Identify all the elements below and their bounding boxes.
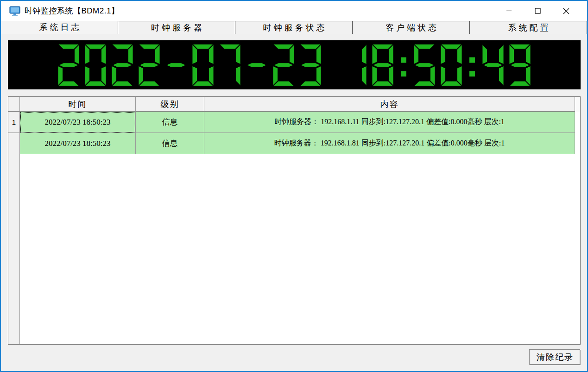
- tab-system-log[interactable]: 系统日志: [1, 21, 118, 34]
- clock-colon: [467, 43, 477, 87]
- window-title: 时钟监控系统【BDM2.1】: [25, 6, 119, 16]
- column-header-content[interactable]: 内容: [204, 97, 575, 112]
- log-table-header: 时间 级别 内容: [8, 97, 580, 112]
- clock-digit: [246, 43, 268, 87]
- tab-clock-server[interactable]: 时钟服务器: [118, 21, 235, 34]
- titlebar: 时钟监控系统【BDM2.1】: [1, 1, 587, 21]
- cell-level[interactable]: 信息: [136, 112, 204, 133]
- clock-digit: [138, 43, 160, 87]
- clock-space: [326, 43, 340, 87]
- tabbar: 系统日志 时钟服务器 时钟服务状态 客户端状态 系统配置: [1, 21, 587, 34]
- table-scrollbar-gutter: [575, 97, 580, 112]
- clock-digit: [111, 43, 133, 87]
- tab-client-status[interactable]: 客户端状态: [353, 21, 470, 34]
- app-window: 时钟监控系统【BDM2.1】 系统日志 时钟服务器 时钟: [0, 0, 588, 372]
- digital-clock: [8, 40, 581, 89]
- column-header-time[interactable]: 时间: [20, 97, 136, 112]
- clock-digit: [219, 43, 241, 87]
- tab-clock-service-status[interactable]: 时钟服务状态: [235, 21, 353, 34]
- clock-digit: [413, 43, 436, 87]
- log-table: 时间 级别 内容 1 2022/07/23 18:50:23 信息 时钟服务器：…: [8, 96, 581, 345]
- cell-content[interactable]: 时钟服务器： 192.168.1.11 同步到:127.127.20.1 偏差值…: [204, 112, 575, 133]
- clear-records-button[interactable]: 清除纪录: [529, 349, 580, 365]
- clock-digit: [165, 43, 187, 87]
- table-scrollbar-gutter: [575, 133, 580, 154]
- clock-digit: [299, 43, 322, 87]
- column-header-level[interactable]: 级别: [136, 97, 204, 112]
- maximize-icon: [535, 8, 541, 14]
- clock-digit: [272, 43, 295, 87]
- minimize-button[interactable]: [494, 1, 523, 21]
- table-scrollbar-gutter: [575, 112, 580, 133]
- table-corner-cell: [8, 97, 20, 112]
- app-monitor-icon: [9, 6, 20, 16]
- clock-digit: [372, 43, 394, 87]
- row-header-column: [8, 133, 20, 344]
- clock-digit: [345, 43, 367, 87]
- clock-digit: [482, 43, 504, 87]
- clock-digit: [57, 43, 80, 87]
- clock-digit: [440, 43, 462, 87]
- close-button[interactable]: [552, 1, 581, 21]
- cell-time[interactable]: 2022/07/23 18:50:23: [20, 133, 136, 154]
- maximize-button[interactable]: [523, 1, 552, 21]
- tab-system-config[interactable]: 系统配置: [470, 21, 587, 34]
- clock-digit: [192, 43, 214, 87]
- minimize-icon: [506, 8, 512, 14]
- cell-time[interactable]: 2022/07/23 18:50:23: [20, 112, 136, 133]
- cell-content[interactable]: 时钟服务器： 192.168.1.81 同步到:127.127.20.1 偏差值…: [204, 133, 575, 154]
- table-row: 2 2022/07/23 18:50:23 信息 时钟服务器： 192.168.…: [8, 133, 580, 154]
- clock-digit: [509, 43, 531, 87]
- clock-digit: [84, 43, 107, 87]
- table-row: 1 2022/07/23 18:50:23 信息 时钟服务器： 192.168.…: [8, 112, 580, 133]
- clock-colon: [398, 43, 409, 87]
- window-controls: [494, 1, 581, 21]
- cell-level[interactable]: 信息: [136, 133, 204, 154]
- row-number[interactable]: 1: [8, 112, 20, 133]
- close-icon: [563, 8, 569, 14]
- footer: 清除纪录: [1, 345, 587, 372]
